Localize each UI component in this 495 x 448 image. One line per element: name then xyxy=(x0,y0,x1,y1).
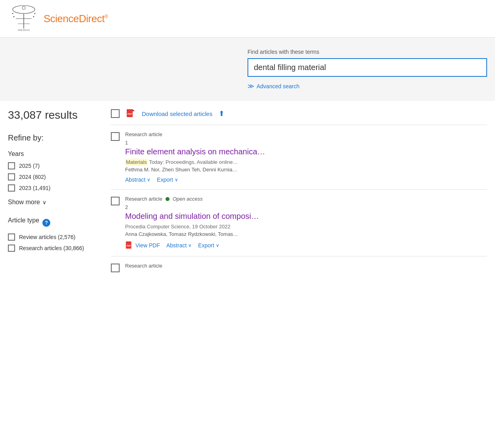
article-1-checkbox[interactable] xyxy=(111,132,120,141)
review-articles-checkbox[interactable] xyxy=(8,233,15,241)
results-toolbar: PDF Download selected articles ⬆ xyxy=(111,109,487,118)
chevron-down-icon: ∨ xyxy=(42,199,46,205)
search-label: Find articles with these terms xyxy=(248,49,487,55)
research-articles-filter: Research articles (30,866) xyxy=(8,245,103,252)
open-access-label: Open access xyxy=(173,196,203,202)
article-card-3: Research article xyxy=(111,256,487,279)
article-2-number: 2 xyxy=(125,204,487,210)
show-more-years-button[interactable]: Show more ∨ xyxy=(8,196,46,209)
article-2-viewpdf-button[interactable]: PDF View PDF xyxy=(125,241,160,250)
article-type-help-icon[interactable]: ? xyxy=(42,219,50,227)
year-filter-2024: 2024 (802) xyxy=(8,173,103,180)
article-1-journal: Materials Today: Proceedings, Available … xyxy=(125,159,487,165)
svg-point-9 xyxy=(34,13,36,14)
refine-title: Refine by: xyxy=(8,133,103,142)
svg-point-8 xyxy=(12,13,13,14)
article-1-authors: Fethma M. Nor, Zhen Shuen Teh, Denni Kur… xyxy=(125,167,487,173)
year-2025-checkbox[interactable] xyxy=(8,162,15,169)
svg-point-5 xyxy=(22,6,25,9)
article-1-journal-highlight: Materials xyxy=(125,159,148,165)
year-2024-label: 2024 (802) xyxy=(19,174,46,180)
logo-area: NON SOLUS ScienceDirect® xyxy=(8,5,108,32)
search-input-wrapper xyxy=(248,58,487,77)
download-label: Download selected articles xyxy=(142,110,212,117)
article-2-journal: Procedia Computer Science, 19 October 20… xyxy=(125,224,487,230)
advanced-search-link[interactable]: ≫ Advanced search xyxy=(248,82,487,90)
abstract-2-chevron-icon: ∨ xyxy=(188,243,192,248)
export-2-chevron-icon: ∨ xyxy=(216,243,219,248)
open-access-dot-icon xyxy=(166,197,169,201)
article-card-2: Research article Open access 2 Modeling … xyxy=(111,189,487,256)
main-content: 33,087 results Refine by: Years 2025 (7)… xyxy=(0,101,495,287)
article-type-section: Article type ? Review articles (2,576) R… xyxy=(8,217,103,252)
search-section: Find articles with these terms ≫ Advance… xyxy=(0,38,495,101)
years-filter-title: Years xyxy=(8,150,103,158)
brand-name: ScienceDirect® xyxy=(44,13,108,25)
svg-point-7 xyxy=(33,16,34,17)
select-all-checkbox[interactable] xyxy=(111,109,120,118)
year-2023-label: 2023 (1,491) xyxy=(19,185,50,191)
export-share-icon[interactable]: ⬆ xyxy=(219,109,225,118)
review-articles-label: Review articles (2,576) xyxy=(19,234,75,240)
research-articles-label: Research articles (30,866) xyxy=(19,245,84,251)
article-2-authors: Anna Czajkowska, Tomasz Rydzkowski, Toma… xyxy=(125,231,487,237)
chevron-double-icon: ≫ xyxy=(248,82,254,90)
year-filter-2023: 2023 (1,491) xyxy=(8,184,103,192)
article-2-actions: PDF View PDF Abstract ∨ Export ∨ xyxy=(125,241,487,250)
elsevier-logo-icon: NON SOLUS xyxy=(8,5,40,32)
article-2-checkbox[interactable] xyxy=(111,197,120,205)
review-articles-filter: Review articles (2,576) xyxy=(8,233,103,241)
results-area: PDF Download selected articles ⬆ Researc… xyxy=(111,109,487,279)
article-2-export-button[interactable]: Export ∨ xyxy=(198,242,219,249)
article-1-number: 1 xyxy=(125,140,487,146)
article-1-export-button[interactable]: Export ∨ xyxy=(157,177,178,183)
article-1-abstract-button[interactable]: Abstract ∨ xyxy=(125,177,150,183)
year-2025-label: 2025 (7) xyxy=(19,163,40,169)
article-type-title: Article type xyxy=(8,217,39,224)
article-3-type: Research article xyxy=(125,263,487,269)
year-2024-checkbox[interactable] xyxy=(8,173,15,180)
article-card-1: Research article 1 Finite element analys… xyxy=(111,125,487,189)
abstract-chevron-icon: ∨ xyxy=(147,177,150,182)
article-type-header: Article type ? xyxy=(8,217,103,229)
svg-text:PDF: PDF xyxy=(128,113,132,115)
svg-point-6 xyxy=(13,16,15,17)
download-selected-button[interactable]: Download selected articles xyxy=(142,110,212,117)
article-2-type: Research article Open access xyxy=(125,196,487,202)
svg-marker-14 xyxy=(133,109,135,111)
article-2-abstract-button[interactable]: Abstract ∨ xyxy=(166,242,192,249)
show-more-label: Show more xyxy=(8,199,40,206)
header: NON SOLUS ScienceDirect® xyxy=(0,0,495,38)
svg-text:NON SOLUS: NON SOLUS xyxy=(18,29,30,31)
article-1-journal-rest: Today: Proceedings, Available online… xyxy=(149,159,238,165)
article-3-checkbox[interactable] xyxy=(111,264,120,272)
svg-text:PDF: PDF xyxy=(127,245,131,247)
article-1-type: Research article xyxy=(125,131,487,137)
year-filter-2025: 2025 (7) xyxy=(8,162,103,169)
pdf-icon: PDF xyxy=(126,109,135,118)
view-pdf-icon: PDF xyxy=(125,241,134,250)
year-2023-checkbox[interactable] xyxy=(8,184,15,192)
research-articles-checkbox[interactable] xyxy=(8,245,15,252)
results-count: 33,087 results xyxy=(8,109,103,121)
export-chevron-icon: ∨ xyxy=(175,177,178,182)
article-1-actions: Abstract ∨ Export ∨ xyxy=(125,177,487,183)
article-1-title[interactable]: Finite element analysis on mechanica… xyxy=(125,146,487,157)
advanced-search-label: Advanced search xyxy=(257,83,299,89)
article-2-title[interactable]: Modeling and simulation of composi… xyxy=(125,211,487,221)
sidebar: 33,087 results Refine by: Years 2025 (7)… xyxy=(8,109,111,279)
search-input[interactable] xyxy=(248,59,486,76)
